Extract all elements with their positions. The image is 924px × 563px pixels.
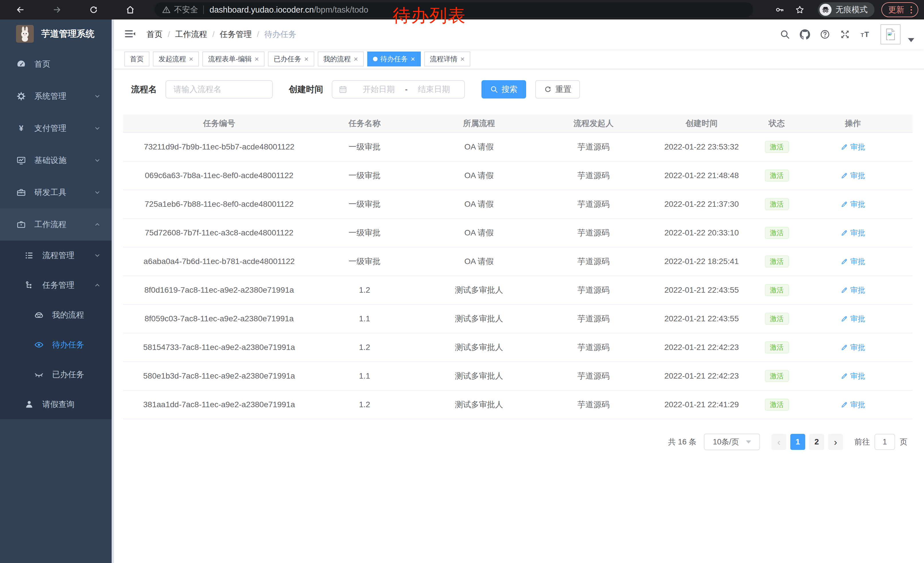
status-badge: 激活	[765, 284, 789, 296]
sidebar-item-my-process[interactable]: 我的流程	[0, 300, 112, 330]
browser-forward-icon[interactable]	[50, 3, 63, 17]
chevron-down-icon	[94, 93, 101, 100]
approve-button[interactable]: 审批	[841, 285, 866, 295]
approve-button[interactable]: 审批	[841, 171, 866, 181]
search-button[interactable]: 搜索	[482, 80, 526, 99]
tab-process-detail[interactable]: 流程详情×	[424, 51, 470, 66]
column-header: 任务名称	[315, 114, 414, 133]
tab-close-icon[interactable]: ×	[354, 55, 358, 63]
starter-cell: 芋道源码	[544, 305, 643, 333]
payment-icon: ¥	[16, 123, 26, 134]
actions-cell: 审批	[793, 248, 912, 276]
sidebar-item-process-mgmt[interactable]: 流程管理	[0, 240, 112, 270]
page-size-select[interactable]: 10条/页	[704, 434, 760, 450]
starter-cell: 芋道源码	[544, 190, 643, 219]
process-mgmt-icon	[24, 250, 34, 261]
column-header: 所属流程	[414, 114, 544, 133]
sidebar-item-devtools[interactable]: 研发工具	[0, 176, 112, 209]
approve-button[interactable]: 审批	[841, 371, 866, 381]
sidebar-item-system[interactable]: 系统管理	[0, 80, 112, 112]
browser-update-button[interactable]: 更新	[881, 2, 918, 17]
tab-home[interactable]: 首页	[124, 51, 149, 66]
process-cell: 测试多审批人	[414, 305, 544, 333]
sidebar-item-todo-task[interactable]: 待办任务	[0, 330, 112, 360]
app-root: 芋道管理系统 首页系统管理¥支付管理基础设施研发工具工作流程流程管理任务管理我的…	[0, 20, 924, 563]
tab-start-process[interactable]: 发起流程×	[153, 51, 199, 66]
tab-my-process[interactable]: 我的流程×	[318, 51, 364, 66]
approve-button[interactable]: 审批	[841, 342, 866, 353]
approve-button[interactable]: 审批	[841, 228, 866, 238]
sidebar-item-leave-query[interactable]: 请假查询	[0, 389, 112, 419]
approve-button[interactable]: 审批	[841, 400, 866, 410]
breadcrumb-item[interactable]: 首页	[147, 29, 163, 40]
sidebar-item-payment[interactable]: ¥支付管理	[0, 112, 112, 144]
actions-cell: 审批	[793, 133, 912, 162]
chevron-down-icon	[94, 252, 101, 259]
sidebar-item-workflow[interactable]: 工作流程	[0, 209, 112, 240]
browser-home-icon[interactable]	[124, 3, 137, 17]
approve-label: 审批	[850, 371, 866, 381]
sidebar-scrollbar[interactable]	[112, 20, 114, 563]
breadcrumb-item[interactable]: 工作流程	[175, 29, 207, 40]
tab-close-icon[interactable]: ×	[460, 55, 465, 63]
fullscreen-icon[interactable]	[839, 29, 851, 40]
browser-menu-icon[interactable]	[909, 5, 913, 15]
sidebar-collapse-button[interactable]	[124, 28, 137, 41]
tab-close-icon[interactable]: ×	[411, 55, 415, 63]
reset-button[interactable]: 重置	[535, 80, 580, 99]
approve-label: 审批	[850, 142, 866, 152]
browser-back-icon[interactable]	[14, 3, 27, 17]
page-content: 流程名 请输入流程名 创建时间 开始日期 - 结束日期 搜索 重置	[114, 69, 924, 563]
tab-form-edit[interactable]: 流程表单-编辑×	[202, 51, 264, 66]
sidebar-item-task-mgmt[interactable]: 任务管理	[0, 270, 112, 300]
chevron-down-icon	[94, 157, 101, 164]
security-warning-icon	[162, 6, 171, 14]
date-range-input[interactable]: 开始日期 - 结束日期	[332, 80, 465, 99]
created-time-cell: 2022-01-22 20:33:10	[643, 219, 760, 248]
task-mgmt-icon	[24, 280, 34, 290]
help-icon[interactable]	[819, 29, 831, 40]
approve-button[interactable]: 审批	[841, 314, 866, 324]
search-button-label: 搜索	[501, 84, 518, 95]
approve-button[interactable]: 审批	[841, 257, 866, 267]
approve-button[interactable]: 审批	[841, 142, 866, 152]
bookmark-star-icon[interactable]	[793, 3, 806, 17]
page-button-1[interactable]: 1	[790, 434, 805, 450]
status-badge: 激活	[765, 170, 789, 182]
sidebar-item-done-task[interactable]: 已办任务	[0, 360, 112, 389]
sidebar-item-home[interactable]: 首页	[0, 48, 112, 80]
task-id-cell: 725a1eb6-7b88-11ec-8ef0-acde48001122	[123, 190, 315, 219]
font-size-icon[interactable]: TT	[859, 29, 871, 40]
browser-reload-icon[interactable]	[87, 3, 100, 17]
approve-label: 审批	[850, 228, 866, 238]
breadcrumb-item[interactable]: 任务管理	[220, 29, 252, 40]
tab-close-icon[interactable]: ×	[189, 55, 193, 63]
prev-page-button[interactable]: ‹	[771, 434, 786, 450]
user-avatar[interactable]	[880, 24, 900, 44]
password-key-icon[interactable]	[773, 3, 786, 17]
goto-page-input[interactable]: 1	[874, 434, 895, 450]
next-page-button[interactable]: ›	[828, 434, 843, 450]
end-date-placeholder: 结束日期	[410, 84, 458, 95]
home-icon	[16, 59, 26, 69]
status-badge: 激活	[765, 198, 789, 210]
address-bar[interactable]: 不安全 dashboard.yudao.iocoder.cn/bpm/task/…	[154, 2, 753, 17]
page-button-2[interactable]: 2	[809, 434, 824, 450]
status-badge: 激活	[765, 370, 789, 382]
process-name-input[interactable]: 请输入流程名	[165, 80, 273, 99]
tab-todo-tasks[interactable]: 待办任务×	[367, 51, 421, 66]
user-menu-caret-icon[interactable]	[908, 38, 914, 42]
sidebar-item-infra[interactable]: 基础设施	[0, 144, 112, 176]
breadcrumb-separator: /	[257, 30, 260, 39]
task-name-cell: 一级审批	[315, 133, 414, 162]
tab-close-icon[interactable]: ×	[255, 55, 259, 63]
header-search-icon[interactable]	[779, 29, 790, 40]
github-icon[interactable]	[799, 29, 811, 40]
approve-button[interactable]: 审批	[841, 199, 866, 209]
starter-cell: 芋道源码	[544, 248, 643, 276]
infra-icon	[16, 155, 26, 165]
svg-text:T: T	[861, 32, 864, 38]
tab-close-icon[interactable]: ×	[304, 55, 308, 63]
tab-done-tasks[interactable]: 已办任务×	[268, 51, 314, 66]
task-id-cell: 8f0d1619-7ac8-11ec-a9e2-a2380e71991a	[123, 276, 315, 305]
